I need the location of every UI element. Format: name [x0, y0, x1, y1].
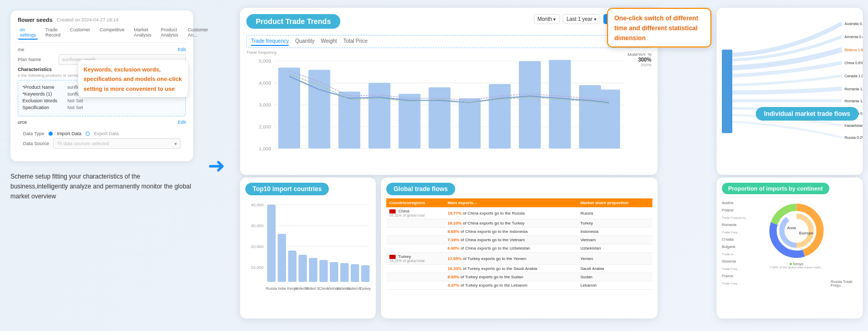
tab-quantity[interactable]: Quantity: [295, 37, 314, 46]
svg-rect-48: [330, 262, 338, 282]
col-market-share: Market share proportion: [577, 198, 652, 207]
sankey-chart: Australia 0.5% Armenia 0.4% Belarus 1.8%…: [717, 8, 863, 175]
global-trade-badge: Global trade flows: [386, 183, 455, 195]
tab-customer[interactable]: Customer: [68, 26, 92, 40]
global-trade-card: Global trade flows Countries/regions Mai…: [381, 178, 658, 318]
tab-on-settings[interactable]: on settings: [18, 26, 38, 40]
svg-text:Romania 1.0%: Romania 1.0%: [845, 99, 863, 103]
svg-text:40,000: 40,000: [251, 203, 264, 207]
data-type-label: Data Type: [23, 131, 44, 136]
exports-indonesia: 8.65% of China exports go to the Indones…: [444, 228, 577, 236]
svg-rect-15: [429, 87, 450, 148]
svg-text:3,000: 3,000: [259, 102, 271, 108]
tab-competitive[interactable]: Competitive: [98, 26, 127, 40]
svg-rect-21: [598, 89, 620, 148]
main-container: flower seeds Created on 2024-04-27 18:14…: [0, 0, 868, 331]
desc-text: Scheme setup fitting your characteristic…: [10, 172, 193, 202]
tab-weight[interactable]: Weight: [321, 37, 337, 46]
svg-text:Russia: Russia: [266, 287, 277, 290]
period-select[interactable]: Last 1 year ▾: [563, 14, 600, 24]
tab-customer-an[interactable]: Customer An...: [186, 26, 210, 40]
table-row: Turkey 14.25% of global total 17.05% of …: [386, 253, 652, 265]
scheme-created: Created on 2024-04-27 18:14: [57, 17, 118, 22]
tab-trade-freq[interactable]: Trade frequency: [251, 37, 289, 46]
col-countries: Countries/regions: [386, 198, 444, 207]
table-row: 4.37% of Turkey exports go to the Lebano…: [386, 281, 652, 290]
country-empty6: [386, 273, 444, 281]
keywords-callout: Keywords, exclusion words, specification…: [78, 60, 188, 97]
exports-saudi: 16.33% of Turkey exports go to the Saudi…: [444, 265, 577, 273]
exports-lebanon: 4.37% of Turkey exports go to the Lebano…: [444, 281, 577, 290]
svg-text:Belarus 1.8%: Belarus 1.8%: [845, 48, 863, 52]
country-empty1: [386, 219, 444, 228]
svg-text:1,000: 1,000: [259, 146, 271, 151]
donut-chart-container: Asia Europe ■ Kenya 7.62% of the global …: [765, 199, 828, 287]
individual-market-badge: Individual market trade flows: [756, 107, 859, 121]
svg-rect-46: [309, 258, 317, 282]
tab-total-price[interactable]: Total Price: [343, 37, 368, 46]
table-row: 8.65% of China exports go to the Indones…: [386, 228, 652, 236]
table-row: 6.60% of China exports go to the Uzbekis…: [386, 244, 652, 253]
china-label: China: [398, 209, 409, 214]
country-austria: Austria: [722, 199, 762, 207]
data-source-select[interactable]: 75 data sources selected ▾: [53, 138, 181, 149]
svg-rect-19: [549, 60, 571, 149]
form-row-me: me Edit: [18, 47, 186, 52]
country-empty3: [386, 236, 444, 244]
svg-rect-13: [368, 83, 390, 149]
proportion-badge: Proportion of imports by continent: [722, 183, 829, 194]
kenya-info: ■ Kenya 7.62% of the global total import…: [769, 262, 823, 269]
proportion-content: Austria PolandTrade Frequency... Romania…: [722, 199, 858, 287]
svg-rect-49: [340, 263, 349, 282]
svg-text:10,000: 10,000: [251, 265, 264, 270]
svg-rect-14: [399, 94, 421, 149]
month-select[interactable]: Month ▾: [534, 14, 560, 24]
svg-text:20,000: 20,000: [251, 244, 264, 249]
turkey-flag: [389, 255, 396, 259]
tab-trade-record[interactable]: Trade Record: [43, 26, 63, 40]
svg-text:30,000: 30,000: [251, 223, 264, 228]
export-radio[interactable]: [86, 132, 90, 136]
country-empty2: [386, 228, 444, 236]
tooltip-text: One-click switch of different time and d…: [614, 15, 698, 42]
plan-name-label: Plan Name: [18, 57, 54, 62]
keywords-callout-text: Keywords, exclusion words, specification…: [84, 66, 182, 92]
svg-rect-45: [299, 255, 307, 282]
char-row-exclusion: Exclusion Words Not Set: [22, 98, 181, 103]
top10-chart: 40,000 30,000 20,000 10,000: [245, 198, 371, 295]
svg-text:Europe: Europe: [799, 231, 814, 235]
table-row: 10.10% of China exports go to the Turkey…: [386, 219, 652, 228]
trade-table: Countries/regions Main exports... Market…: [386, 198, 652, 290]
data-section: Data Type Import Data Export Data Data S…: [18, 127, 186, 155]
country-croatia: Croatia: [722, 236, 762, 243]
tab-product-analysis[interactable]: Product Analysis: [159, 26, 181, 40]
individual-badge-container: Individual market trade flows: [756, 107, 859, 121]
china-flag: [389, 209, 396, 214]
data-type-row: Data Type Import Data Export Data: [23, 131, 181, 136]
share-lebanon: Lebanon: [577, 281, 652, 290]
svg-text:Russia 0.2%: Russia 0.2%: [845, 136, 863, 139]
exports-turkey: 10.10% of China exports go to the Turkey: [444, 219, 577, 228]
svg-text:Kazakhstan 4.0%: Kazakhstan 4.0%: [845, 124, 863, 127]
svg-rect-12: [338, 92, 360, 149]
country-empty7: [386, 281, 444, 290]
scheme-title: flower seeds: [18, 17, 53, 23]
tab-market-analysis[interactable]: Market Analysis: [132, 26, 154, 40]
exports-uzbekistan: 6.60% of China exports go to the Uzbekis…: [444, 244, 577, 253]
svg-text:Armenia 0.4%: Armenia 0.4%: [845, 35, 863, 39]
russia-label-right: Russia Trade Frequ...: [831, 199, 858, 287]
svg-rect-17: [489, 84, 510, 149]
svg-text:Australia 0.5%: Australia 0.5%: [845, 22, 863, 26]
svg-text:China 0.8%: China 0.8%: [845, 61, 863, 65]
edit-link-urce[interactable]: Edit: [177, 120, 186, 125]
edit-link-top[interactable]: Edit: [177, 47, 186, 52]
scheme-card: flower seeds Created on 2024-04-27 18:14…: [10, 10, 193, 161]
country-turkey: Turkey 14.25% of global total: [386, 253, 444, 265]
import-radio[interactable]: [49, 132, 53, 136]
proportion-card: Proportion of imports by continent Austr…: [717, 178, 863, 318]
country-romania: RomaniaTrade Freq...: [722, 221, 762, 236]
share-turkey: Turkey: [577, 219, 652, 228]
svg-rect-20: [579, 85, 601, 149]
exports-russia: 19.77% of China exports go to the Russia: [444, 207, 577, 219]
svg-rect-47: [319, 260, 328, 282]
